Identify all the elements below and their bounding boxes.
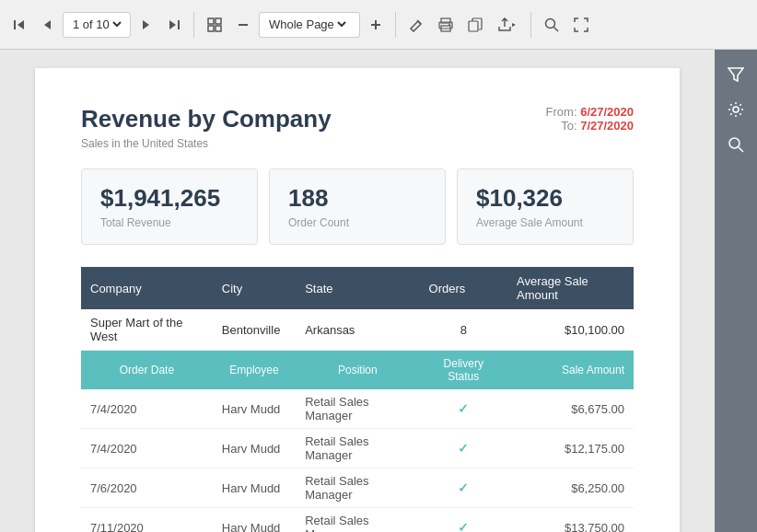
svg-marker-19 [512,23,516,27]
total-revenue-label: Total Revenue [100,216,239,229]
summary-cards: $1,941,265 Total Revenue 188 Order Count… [81,168,634,245]
svg-point-24 [729,138,740,148]
svg-point-17 [448,24,450,26]
main-area: Revenue by Company Sales in the United S… [0,50,757,532]
expand-button[interactable] [568,14,594,36]
col-state: State [296,267,419,309]
order-count-card: 188 Order Count [269,168,446,245]
svg-rect-9 [215,26,221,31]
svg-marker-1 [17,20,24,29]
col-company: Company [81,267,213,309]
report-title-section: Revenue by Company Sales in the United S… [81,105,332,150]
row3-position: Retail Sales Manager [296,468,419,508]
svg-marker-5 [169,20,176,29]
report-header: Revenue by Company Sales in the United S… [81,105,634,150]
plus-button[interactable] [364,15,388,35]
row3-date: 7/6/2020 [81,468,213,508]
svg-line-25 [739,147,743,152]
to-date: 7/27/2020 [580,119,634,133]
export-button[interactable] [492,14,523,36]
table-row: 7/6/2020 Harv Mudd Retail Sales Manager … [81,468,634,508]
svg-marker-2 [44,20,51,29]
table-row: 7/11/2020 Harv Mudd Retail Sales Manager… [81,508,634,533]
table-row: 7/4/2020 Harv Mudd Retail Sales Manager … [81,429,634,468]
svg-point-20 [546,18,555,28]
settings-sidebar-button[interactable] [720,94,751,125]
sub-col-position: Position [296,351,419,390]
table-main-header-row: Company City State Orders Average Sale A… [81,267,634,309]
edit-button[interactable] [403,14,429,36]
company-avg-sale: $10,100.00 [507,309,634,351]
avg-sale-label: Average Sale Amount [476,216,614,229]
row1-employee: Harv Mudd [213,389,296,429]
company-city: Bentonville [213,309,296,351]
row3-amount: $6,250.00 [507,468,634,508]
from-date-line: From: 6/27/2020 [546,105,634,119]
company-name: Super Mart of the West [81,309,213,351]
last-page-button[interactable] [162,15,186,35]
report-table: Company City State Orders Average Sale A… [81,267,634,532]
search-button[interactable] [539,14,565,36]
col-avg-sale: Average Sale Amount [507,267,634,309]
sub-col-date: Order Date [81,351,213,390]
filter-sidebar-button[interactable] [720,59,751,90]
next-page-button[interactable] [134,15,158,35]
row3-employee: Harv Mudd [213,468,296,508]
svg-rect-8 [208,26,214,31]
avg-sale-value: $10,326 [476,184,614,213]
company-orders: 8 [420,309,507,351]
search-sidebar-button[interactable] [720,129,751,160]
svg-rect-7 [215,18,221,24]
row2-date: 7/4/2020 [81,429,213,468]
row2-amount: $12,175.00 [507,429,634,468]
row4-date: 7/11/2020 [81,508,213,533]
order-count-value: 188 [288,184,426,213]
page-selector[interactable]: 1 of 10 [63,12,131,38]
col-orders: Orders [420,267,507,309]
sub-col-employee: Employee [213,351,296,390]
copy-button[interactable] [462,14,488,36]
divider-2 [395,12,396,38]
company-row: Super Mart of the West Bentonville Arkan… [81,309,634,351]
row4-amount: $13,750.00 [507,508,634,533]
row1-position: Retail Sales Manager [296,389,419,429]
grid-button[interactable] [202,14,227,36]
sub-col-amount: Sale Amount [507,351,634,390]
zoom-select-input[interactable]: Whole Page 50% 75% 100% 125% 150% [265,17,349,32]
sub-col-delivery: Delivery Status [420,351,507,390]
table-row: 7/4/2020 Harv Mudd Retail Sales Manager … [81,389,634,429]
row4-position: Retail Sales Manager [296,508,419,533]
first-page-button[interactable] [7,15,31,35]
from-date: 6/27/2020 [580,105,634,119]
report-page: Revenue by Company Sales in the United S… [35,68,680,532]
total-revenue-card: $1,941,265 Total Revenue [81,168,258,245]
row3-delivered: ✓ [420,468,507,508]
report-title: Revenue by Company [81,105,332,133]
row4-employee: Harv Mudd [213,508,296,533]
svg-marker-22 [728,68,743,81]
divider-3 [530,12,531,38]
sub-header-row: Order Date Employee Position Delivery St… [81,351,634,390]
row4-delivered: ✓ [420,508,507,533]
toolbar: 1 of 10 Whole Page 50% 75% 100% 125% 150… [0,0,757,50]
prev-page-button[interactable] [35,15,59,35]
total-revenue-value: $1,941,265 [100,184,239,213]
company-state: Arkansas [296,309,419,351]
right-sidebar [715,50,757,532]
report-subtitle: Sales in the United States [81,137,332,150]
row2-position: Retail Sales Manager [296,429,419,468]
svg-marker-3 [143,20,149,29]
print-button[interactable] [433,14,459,36]
divider-1 [193,12,194,38]
svg-point-23 [733,107,739,112]
row2-delivered: ✓ [420,429,507,468]
minus-button[interactable] [231,15,255,35]
report-area: Revenue by Company Sales in the United S… [0,50,715,532]
report-dates: From: 6/27/2020 To: 7/27/2020 [546,105,634,133]
row2-employee: Harv Mudd [213,429,296,468]
page-select-input[interactable]: 1 of 10 [69,17,124,32]
row1-amount: $6,675.00 [507,389,634,429]
row1-date: 7/4/2020 [81,389,213,429]
from-label: From: [546,105,577,119]
zoom-selector[interactable]: Whole Page 50% 75% 100% 125% 150% [259,12,360,38]
